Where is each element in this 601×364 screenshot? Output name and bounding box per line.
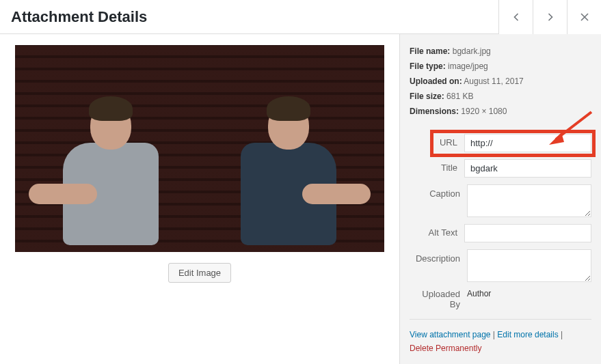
edit-more-link[interactable]: Edit more details	[497, 330, 558, 339]
uploaded-by-label: Uploaded By	[410, 289, 467, 309]
details-sidebar: File name: bgdark.jpg File type: image/j…	[399, 34, 601, 364]
description-input[interactable]	[467, 249, 591, 282]
next-button[interactable]	[533, 0, 567, 34]
preview-pane: Edit Image	[0, 34, 399, 364]
caption-row: Caption	[410, 184, 591, 217]
caption-input[interactable]	[467, 184, 591, 217]
meta-filesize-value: 681 KB	[446, 92, 473, 101]
alt-label: Alt Text	[410, 224, 464, 238]
uploaded-by-value: Author	[467, 289, 491, 309]
delete-permanently-link[interactable]: Delete Permanently	[410, 344, 481, 353]
meta-filetype-value: image/jpeg	[448, 61, 488, 71]
uploaded-by-row: Uploaded By Author	[410, 289, 591, 309]
view-attachment-link[interactable]: View attachment page	[410, 330, 491, 339]
form-section: URL Title Caption Alt Text Description U…	[410, 134, 591, 309]
separator: |	[559, 330, 563, 339]
meta-filesize: File size: 681 KB	[410, 90, 591, 102]
meta-uploaded: Uploaded on: August 11, 2017	[410, 75, 591, 87]
caption-label: Caption	[410, 184, 467, 199]
modal-header: Attachment Details	[0, 0, 601, 34]
attachment-image	[15, 45, 384, 252]
separator: |	[491, 330, 498, 339]
edit-image-button[interactable]: Edit Image	[168, 263, 231, 283]
description-row: Description	[410, 249, 591, 282]
close-icon	[578, 10, 591, 24]
description-label: Description	[410, 249, 467, 264]
action-links: View attachment page | Edit more details…	[410, 328, 591, 356]
meta-dimensions: Dimensions: 1920 × 1080	[410, 105, 591, 117]
alt-text-input[interactable]	[464, 224, 591, 242]
illustration-person-right	[220, 95, 371, 252]
meta-filename: File name: bgdark.jpg	[410, 45, 591, 57]
page-title: Attachment Details	[0, 8, 158, 26]
meta-filetype-label: File type:	[410, 61, 446, 71]
close-button[interactable]	[567, 0, 601, 34]
title-label: Title	[410, 159, 464, 173]
meta-filename-label: File name:	[410, 46, 450, 56]
meta-dimensions-label: Dimensions:	[410, 107, 459, 116]
url-row: URL	[410, 134, 591, 152]
chevron-right-icon	[544, 10, 557, 24]
url-label: URL	[410, 134, 464, 148]
meta-dimensions-value: 1920 × 1080	[461, 107, 507, 116]
chevron-left-icon	[509, 10, 523, 24]
header-nav	[498, 0, 601, 33]
divider	[410, 319, 591, 320]
meta-filesize-label: File size:	[410, 92, 444, 101]
alt-row: Alt Text	[410, 224, 591, 242]
illustration-person-left	[29, 95, 179, 252]
modal-body: Edit Image File name: bgdark.jpg File ty…	[0, 34, 601, 364]
title-row: Title	[410, 159, 591, 178]
meta-uploaded-label: Uploaded on:	[410, 76, 462, 86]
meta-uploaded-value: August 11, 2017	[464, 76, 523, 86]
meta-filename-value: bgdark.jpg	[453, 46, 491, 56]
meta-filetype: File type: image/jpeg	[410, 60, 591, 72]
title-input[interactable]	[464, 159, 591, 178]
url-input[interactable]	[464, 134, 591, 152]
prev-button[interactable]	[498, 0, 533, 34]
